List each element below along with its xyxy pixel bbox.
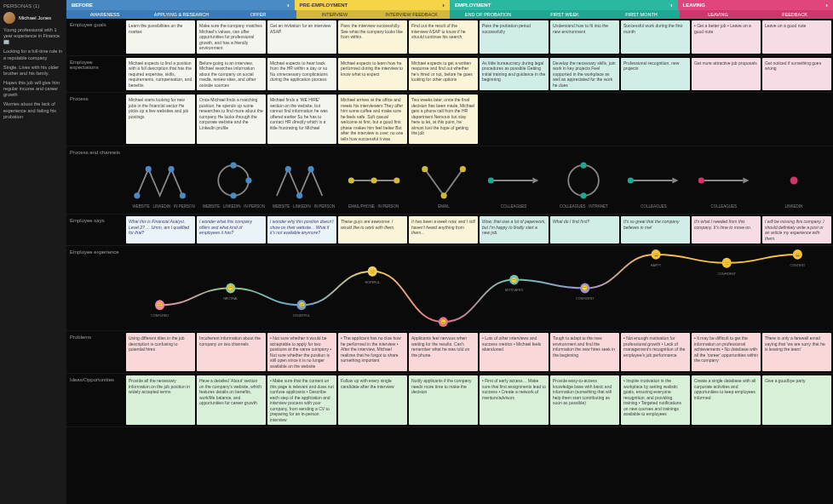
card[interactable]: Provide all the necessary information on… — [126, 375, 195, 425]
quote-card[interactable]: I wonder why this position doesn't show … — [267, 216, 336, 243]
card[interactable]: Before going to an interview, Michael se… — [197, 58, 266, 91]
card[interactable]: Michael expects to find a position with … — [126, 58, 195, 91]
persona-desc: Hopes this job will give him regular inc… — [3, 80, 63, 98]
persona-section-title: PERSONAS (1) — [3, 3, 63, 9]
svg-text:😶: 😶 — [511, 276, 518, 283]
svg-point-26 — [628, 177, 634, 183]
quote-card[interactable]: What do I find first? — [550, 216, 619, 243]
svg-text:CONTENT: CONTENT — [790, 264, 805, 267]
stage-end-probation[interactable]: END OF PROBATION — [450, 10, 526, 19]
stage-leaving[interactable]: LEAVING — [680, 10, 756, 19]
card[interactable]: Michael finds a 'WE HIRE' section on the… — [267, 94, 336, 144]
channel-visualization: WEBSITE · LINKEDIN · IN PERSON WEBSITE ·… — [124, 146, 833, 214]
phase-employment[interactable]: EMPLOYMENT› — [450, 0, 678, 10]
stage-header-row: AWARENESS APPLYING & RESEARCH OFFER INTE… — [66, 10, 833, 19]
svg-point-14 — [394, 177, 399, 183]
card[interactable]: • Lots of other interviews and success m… — [480, 333, 549, 371]
quote-card[interactable]: I will be missing this company. I should… — [762, 216, 831, 243]
card[interactable]: Michael expects to get a written respons… — [409, 58, 478, 91]
svg-text:😶: 😶 — [227, 284, 234, 291]
card[interactable]: Pass the interview successfully. See wha… — [338, 20, 407, 54]
svg-text:🙂: 🙂 — [370, 267, 376, 274]
card[interactable]: Understand how to fit into the new envir… — [550, 20, 619, 54]
card[interactable]: • Not sure whether it would be acceptabl… — [267, 333, 336, 371]
card[interactable]: • Get a better job • Leave on a good not… — [692, 20, 761, 54]
card[interactable]: Michael expects to hear back from the HR… — [267, 58, 336, 91]
svg-text:CONFIDENT: CONFIDENT — [717, 272, 736, 276]
row-says: Employee says What this is Financial Ana… — [66, 215, 833, 246]
card[interactable]: Learn the possibilities on the market — [126, 20, 195, 54]
svg-point-21 — [568, 165, 599, 196]
card[interactable]: Get more attractive job proposals — [692, 58, 761, 91]
card[interactable]: Get an invitation for an interview ASAP — [267, 20, 336, 54]
card[interactable]: Using different titles in the job descri… — [126, 333, 195, 371]
card[interactable]: Once Michael finds a matching position, … — [197, 94, 266, 144]
card[interactable]: Successful work during the first month — [621, 20, 690, 54]
quote-card[interactable]: It's so great that the company believes … — [621, 216, 690, 243]
card-empty — [621, 94, 690, 144]
phase-before[interactable]: BEFORE› — [66, 0, 295, 10]
svg-text:😞: 😞 — [440, 318, 447, 325]
card[interactable]: • The applicant has no clue how he perfo… — [338, 333, 407, 371]
svg-marker-19 — [532, 177, 538, 183]
card[interactable]: • Not enough motivation for professional… — [621, 333, 690, 371]
stage-interview-feedback[interactable]: INTERVIEW FEEDBACK — [373, 10, 450, 19]
row-label-ideas: Ideas/Opportunities — [66, 374, 124, 427]
card[interactable]: • First of early access… Make sure that … — [480, 375, 549, 425]
phase-leaving[interactable]: LEAVING› — [678, 0, 833, 10]
svg-point-0 — [146, 166, 152, 172]
card[interactable]: • Make sure that the content on this pag… — [267, 375, 336, 425]
svg-point-9 — [308, 166, 314, 172]
card[interactable]: Michael starts looking for new jobs in t… — [126, 94, 195, 144]
svg-text:HAPPY: HAPPY — [651, 264, 662, 267]
card[interactable]: Have a detailed 'About' section on the c… — [197, 375, 266, 425]
card[interactable]: Incoherent information about the company… — [197, 333, 266, 371]
card[interactable]: • Inspire motivation in the workplace by… — [621, 375, 690, 425]
svg-point-7 — [231, 192, 237, 198]
experience-curve: 😐CONFUSED😶NEUTRAL😐DOUBTFUL🙂HOPEFUL😞ANXIO… — [124, 246, 833, 330]
card[interactable]: As little bureaucracy during legal proce… — [480, 58, 549, 91]
card[interactable]: Michael arrives at the office and meets … — [338, 94, 407, 144]
card[interactable]: Two weeks later, once the final decision… — [409, 94, 478, 144]
quote-card[interactable]: Wow, that was a lot of paperwork, but I'… — [480, 216, 549, 243]
svg-point-3 — [180, 192, 186, 198]
svg-point-5 — [231, 162, 237, 168]
stage-feedback[interactable]: FEEDBACK — [756, 10, 833, 19]
quote-card[interactable]: What this is Financial Analyst. Level 2?… — [126, 216, 195, 243]
card[interactable]: Professional recognition, new projects — [621, 58, 690, 91]
svg-point-23 — [581, 192, 587, 198]
svg-text:😄: 😄 — [795, 251, 801, 258]
card[interactable]: Pass the probation period successfully — [480, 20, 549, 54]
row-problems: Problems Using different titles in the j… — [66, 331, 833, 374]
card[interactable]: Develop the necessary skills, join work … — [550, 58, 619, 91]
card[interactable]: Get noticed if something goes wrong — [762, 58, 831, 91]
phase-pre-employment[interactable]: PRE-EMPLOYMENT› — [295, 0, 450, 10]
card[interactable]: There is only a farewell email saying th… — [762, 333, 831, 371]
card[interactable]: Create a single database with all corpor… — [692, 375, 761, 425]
card[interactable]: Provide easy-to-access knowledge base wi… — [550, 375, 619, 425]
svg-text:HOPEFUL: HOPEFUL — [365, 280, 379, 284]
card[interactable]: Applicants feel nervous when waiting for… — [409, 333, 478, 371]
stage-interview[interactable]: INTERVIEW — [296, 10, 373, 19]
card-empty — [480, 94, 549, 144]
card[interactable]: Tough to adapt to the new environment an… — [550, 333, 619, 371]
card[interactable]: Make sure the company matches Michael's … — [197, 20, 266, 54]
persona-panel: PERSONAS (1) Michael Jones Young profess… — [0, 0, 66, 504]
stage-first-month[interactable]: FIRST MONTH — [603, 10, 680, 19]
stage-first-week[interactable]: FIRST WEEK — [526, 10, 603, 19]
card[interactable]: • It may be difficult to get the informa… — [692, 333, 761, 371]
card[interactable]: Give a goodbye party — [762, 375, 831, 425]
stage-applying[interactable]: APPLYING & RESEARCH — [143, 10, 220, 19]
stage-awareness[interactable]: AWARENESS — [66, 10, 143, 19]
quote-card[interactable]: These guys are awesome. I would like to … — [338, 216, 407, 243]
card[interactable]: Find out the result of the interview ASA… — [409, 20, 478, 54]
svg-text:😐: 😐 — [157, 301, 164, 308]
card[interactable]: Notify applicants if the company needs m… — [409, 375, 478, 425]
stage-offer[interactable]: OFFER — [220, 10, 296, 19]
card[interactable]: Follow up with every single candidate af… — [338, 375, 407, 425]
card[interactable]: Michael expects to learn how he performe… — [338, 58, 407, 91]
quote-card[interactable]: I wonder what this company offers and wh… — [197, 216, 266, 243]
quote-card[interactable]: It has been a week now, and I still have… — [409, 216, 478, 243]
card[interactable]: Leave on a good note — [762, 20, 831, 54]
quote-card[interactable]: It's what I needed from this company. It… — [692, 216, 761, 243]
